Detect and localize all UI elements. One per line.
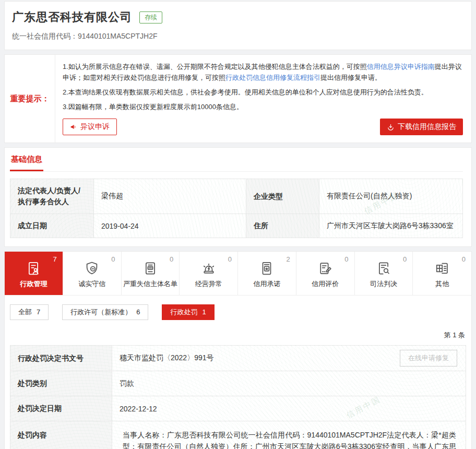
- megaphone-icon: [70, 123, 77, 131]
- company-status-badge: 存续: [139, 11, 162, 23]
- subtab-label: 行政许可（新标准）: [70, 308, 132, 316]
- field-label: 住所: [246, 214, 319, 238]
- tab-count: 0: [344, 255, 348, 263]
- field-label: 成立日期: [10, 214, 94, 238]
- tab-count: 0: [462, 255, 466, 263]
- important-notice-body: 1.如认为所展示信息存在错误、遗漏、公开期限不符合规定以及其他侵犯信息主体合法权…: [55, 55, 471, 143]
- field-value: 2019-04-24: [94, 214, 246, 238]
- field-label: 处罚内容: [10, 421, 112, 449]
- doc-pencil-icon: [317, 260, 333, 277]
- sub-tab-bar: 全部7 行政许可（新标准）6 行政处罚1: [5, 296, 471, 327]
- appeal-guide-link[interactable]: 信用信息异议申诉指南: [367, 63, 435, 70]
- subtab-admin-license[interactable]: 行政许可（新标准）6: [62, 304, 148, 320]
- notice-paragraph-2: 2.本查询结果仅依现有数据展示相关信息，供社会参考使用。使用相关信息的单位和个人…: [63, 87, 463, 98]
- field-label: 行政处罚决定书文号: [10, 346, 112, 371]
- category-tab-bar: 7 行政管理 0 诚实守信 0 严重失信主体名单: [5, 252, 471, 296]
- subtab-admin-penalty[interactable]: 行政处罚1: [162, 304, 214, 320]
- subtab-all[interactable]: 全部7: [10, 304, 49, 320]
- table-row: 处罚内容 当事人名称：广东思否科技有限公司统一社会信用代码：91440101MA…: [10, 421, 466, 449]
- basic-info-table: 法定代表人/负责人/执行事务合伙人 梁伟超 企业类型 有限责任公司(自然人独资)…: [10, 179, 463, 238]
- records-card: 7 行政管理 0 诚实守信 0 严重失信主体名单: [4, 251, 472, 449]
- tab-count: 0: [170, 255, 173, 263]
- field-label: 处罚决定日期: [10, 396, 112, 421]
- field-value: 2022-12-12: [112, 396, 466, 421]
- tab-abnormal-operation[interactable]: 0 经营异常: [180, 252, 238, 295]
- tab-credit-evaluation[interactable]: 0 信用评价: [296, 252, 355, 295]
- tab-count: 0: [403, 255, 407, 263]
- field-label: 法定代表人/负责人/执行事务合伙人: [10, 179, 94, 214]
- appeal-button[interactable]: 异议申诉: [63, 119, 117, 135]
- table-row: 处罚类别 罚款: [10, 371, 466, 396]
- company-header-card: 广东思否科技有限公司 存续 统一社会信用代码：91440101MA5CPTJH2…: [4, 1, 472, 50]
- notice-text: 提出信用修复申请。: [320, 74, 382, 81]
- record-index: 第 1 条: [5, 327, 471, 345]
- tab-judicial-judgment[interactable]: 0 司法判决: [355, 252, 413, 295]
- subtab-count: 7: [37, 308, 40, 316]
- company-name: 广东思否科技有限公司: [12, 9, 132, 25]
- notice-text: 1.如认为所展示信息存在错误、遗漏、公开期限不符合规定以及其他侵犯信息主体合法权…: [63, 63, 367, 70]
- important-notice-label: 重要提示：: [5, 55, 55, 143]
- download-button-label: 下载信用信息报告: [398, 122, 456, 132]
- tab-count: 2: [287, 255, 290, 263]
- penalty-content-text: 当事人名称：广东思否科技有限公司统一社会信用代码：91440101MA5CPTJ…: [120, 428, 458, 449]
- tab-count: 0: [228, 255, 232, 263]
- certificate-star-icon: [259, 260, 275, 277]
- appeal-button-label: 异议申诉: [80, 122, 110, 132]
- field-value: 穗天市监处罚〈2022〉991号: [120, 353, 214, 363]
- field-value: 有限责任公司(自然人独资): [319, 179, 463, 214]
- tab-basic-info[interactable]: 基础信息: [10, 155, 43, 171]
- blacklist-card-icon: [142, 260, 158, 277]
- tab-credit-commitment[interactable]: 2 信用承诺: [238, 252, 296, 295]
- credit-repair-guide-link[interactable]: 行政处罚信息信用修复流程指引: [225, 74, 320, 81]
- doc-grid-icon: [434, 260, 450, 277]
- tab-dishonest-blacklist[interactable]: 0 严重失信主体名单: [122, 252, 180, 295]
- tab-count: 7: [53, 255, 57, 263]
- download-icon: [387, 123, 395, 131]
- table-row: 行政处罚决定书文号 穗天市监处罚〈2022〉991号 在线申请修复: [10, 346, 466, 371]
- table-row: 处罚决定日期 2022-12-12: [10, 396, 466, 421]
- penalty-record-table: 行政处罚决定书文号 穗天市监处罚〈2022〉991号 在线申请修复 处罚类别 罚…: [10, 345, 466, 449]
- online-repair-button[interactable]: 在线申请修复: [400, 350, 457, 367]
- tab-integrity[interactable]: 0 诚实守信: [63, 252, 122, 295]
- credit-china-company-page: 广东思否科技有限公司 存续 统一社会信用代码：91440101MA5CPTJH2…: [0, 0, 476, 449]
- doc-magnifier-icon: [376, 260, 391, 277]
- field-label: 处罚类别: [10, 371, 112, 396]
- field-value: 梁伟超: [94, 179, 246, 214]
- field-label: 企业类型: [246, 179, 319, 214]
- shield-icon: [84, 260, 100, 277]
- field-value: 广州市天河区车陂大岗路6号3栋3306室: [319, 214, 463, 238]
- field-value: 罚款: [112, 371, 466, 396]
- basic-info-card: 基础信息 法定代表人/负责人/执行事务合伙人 梁伟超 企业类型 有限责任公司(自…: [4, 147, 472, 247]
- admin-doc-icon: [26, 260, 41, 277]
- table-row: 成立日期 2019-04-24 住所 广州市天河区车陂大岗路6号3栋3306室: [10, 214, 463, 238]
- subtab-label: 行政处罚: [170, 308, 197, 316]
- subtab-count: 6: [136, 308, 140, 316]
- notice-paragraph-1: 1.如认为所展示信息存在错误、遗漏、公开期限不符合规定以及其他侵犯信息主体合法权…: [63, 61, 463, 83]
- tab-count: 0: [111, 255, 115, 263]
- download-credit-report-button[interactable]: 下载信用信息报告: [380, 119, 463, 135]
- table-row: 法定代表人/负责人/执行事务合伙人 梁伟超 企业类型 有限责任公司(自然人独资): [10, 179, 463, 214]
- notice-paragraph-3: 3.因篇幅有限，单类数据仅按更新程度展示前10000条信息。: [63, 101, 463, 112]
- tab-admin-management[interactable]: 7 行政管理: [5, 252, 63, 295]
- subtab-count: 1: [202, 308, 206, 316]
- subtab-label: 全部: [18, 308, 32, 316]
- unified-credit-code: 统一社会信用代码：91440101MA5CPTJH2F: [12, 32, 464, 41]
- tab-other[interactable]: 0 其他: [413, 252, 471, 295]
- important-notice-card: 重要提示： 1.如认为所展示信息存在错误、遗漏、公开期限不符合规定以及其他侵犯信…: [4, 54, 472, 143]
- alarm-icon: [201, 260, 217, 277]
